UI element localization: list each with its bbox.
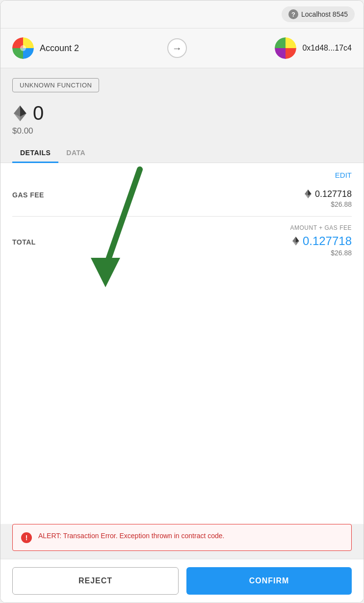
tabs: DETAILS DATA xyxy=(0,140,364,163)
to-avatar xyxy=(275,37,296,59)
eth-logo-small-gas xyxy=(304,190,312,198)
gas-fee-eth-value: 0.127718 xyxy=(315,189,352,199)
transfer-arrow: → xyxy=(167,38,187,58)
to-account-address: 0x1d48...17c4 xyxy=(302,44,352,53)
main-content: UNKNOWN FUNCTION 0 $0.00 DETAILS DATA xyxy=(0,68,364,559)
alert-text: ALERT: Transaction Error. Exception thro… xyxy=(38,531,224,541)
details-section: EDIT GAS FEE 0.127718 $26.88 xyxy=(0,163,364,524)
tab-data[interactable]: DATA xyxy=(58,145,93,163)
help-icon[interactable]: ? xyxy=(288,9,298,19)
from-account-name: Account 2 xyxy=(40,43,79,54)
svg-text:!: ! xyxy=(26,534,28,542)
total-eth-value: 0.127718 xyxy=(303,234,352,248)
gas-fee-usd: $26.88 xyxy=(331,200,352,208)
gas-fee-values: 0.127718 $26.88 xyxy=(304,189,352,208)
total-values: AMOUNT + GAS FEE 0.127718 $26.88 xyxy=(290,224,352,257)
svg-marker-6 xyxy=(14,106,20,116)
network-badge[interactable]: ? Localhost 8545 xyxy=(282,6,355,22)
eth-logo-large xyxy=(12,106,28,121)
total-usd: $26.88 xyxy=(331,249,352,257)
function-section: UNKNOWN FUNCTION xyxy=(0,68,364,97)
total-label: TOTAL xyxy=(12,224,36,246)
amount-section: 0 $0.00 xyxy=(0,97,364,140)
eth-logo-small-total xyxy=(291,237,300,246)
from-account: Account 2 xyxy=(12,37,79,59)
total-eth-row: 0.127718 xyxy=(291,234,352,248)
top-bar: ? Localhost 8545 xyxy=(0,0,364,28)
function-badge: UNKNOWN FUNCTION xyxy=(12,78,99,92)
gas-fee-row: GAS FEE 0.127718 $26.88 xyxy=(12,183,352,214)
eth-amount-row: 0 xyxy=(12,102,352,124)
bottom-buttons: REJECT CONFIRM xyxy=(0,559,364,603)
tab-details[interactable]: DETAILS xyxy=(12,145,58,163)
svg-point-1 xyxy=(20,45,26,51)
reject-button[interactable]: REJECT xyxy=(12,567,179,595)
usd-amount: $0.00 xyxy=(12,126,352,136)
main-container: ? Localhost 8545 Account 2 → xyxy=(0,0,364,603)
alert-box: ! ALERT: Transaction Error. Exception th… xyxy=(12,524,352,551)
eth-amount: 0 xyxy=(33,102,44,124)
edit-row: EDIT xyxy=(12,171,352,179)
alert-icon: ! xyxy=(21,532,32,544)
gas-fee-label: GAS FEE xyxy=(12,189,44,199)
network-label: Localhost 8545 xyxy=(301,10,348,18)
arrow-area xyxy=(12,263,352,292)
from-avatar xyxy=(12,37,34,59)
to-account: 0x1d48...17c4 xyxy=(275,37,352,59)
edit-link[interactable]: EDIT xyxy=(335,171,352,179)
fee-divider xyxy=(12,216,352,217)
total-row: TOTAL AMOUNT + GAS FEE 0.127718 $26.88 xyxy=(12,219,352,263)
account-row: Account 2 → 0x1d48...17c4 xyxy=(0,28,364,68)
gas-fee-eth-row: 0.127718 xyxy=(304,189,352,199)
confirm-button[interactable]: CONFIRM xyxy=(186,567,352,595)
total-sublabel: AMOUNT + GAS FEE xyxy=(290,224,352,231)
